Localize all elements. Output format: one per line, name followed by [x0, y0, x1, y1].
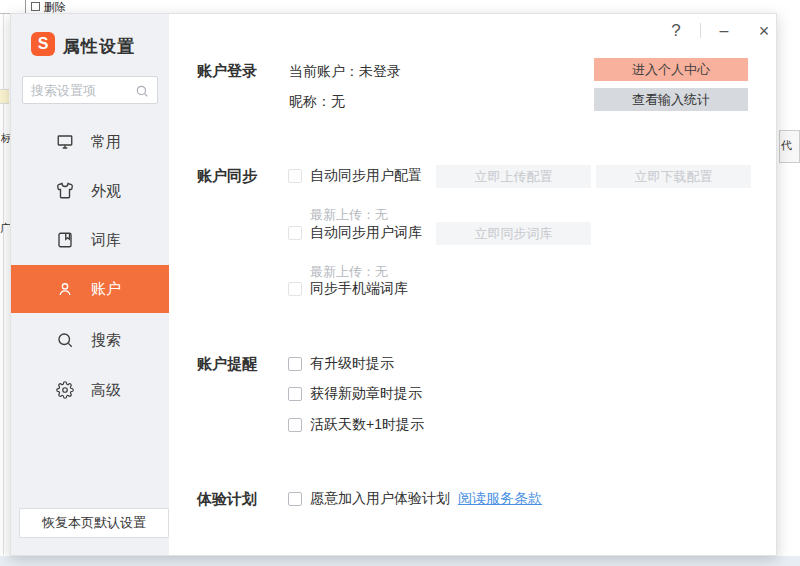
sidebar-item-label: 外观: [91, 182, 121, 201]
badge-remind-checkbox[interactable]: [288, 387, 302, 401]
sidebar-item-advanced[interactable]: 高级: [11, 366, 169, 414]
badge-remind-row: 获得新勋章时提示: [288, 383, 422, 405]
search-icon: [135, 84, 149, 98]
settings-dialog: S 属性设置 常用 外观 词库: [10, 13, 777, 556]
nickname-text: 昵称：无: [289, 93, 345, 111]
auto-sync-config-row: 自动同步用户配置: [288, 165, 422, 187]
active-days-remind-row: 活跃天数+1时提示: [288, 414, 424, 436]
section-label-experience: 体验计划: [197, 490, 257, 509]
terms-of-service-link[interactable]: 阅读服务条款: [458, 490, 542, 508]
background-table-cell: [0, 89, 9, 104]
shirt-icon: [56, 182, 74, 200]
sidebar: S 属性设置 常用 外观 词库: [11, 14, 169, 555]
sync-mobile-dict-checkbox[interactable]: [288, 282, 302, 296]
sync-mobile-dict-label: 同步手机端词库: [310, 280, 408, 298]
restore-defaults-button[interactable]: 恢复本页默认设置: [19, 508, 169, 538]
background-strip: [0, 556, 800, 566]
section-label-remind: 账户提醒: [197, 355, 257, 374]
personal-center-button[interactable]: 进入个人中心: [594, 58, 748, 81]
current-account-text: 当前账户：未登录: [289, 63, 401, 81]
search-icon: [56, 331, 74, 349]
settings-search-box: [22, 76, 158, 104]
titlebar-separator: [700, 23, 701, 38]
sidebar-item-label: 高级: [91, 381, 121, 400]
section-label-sync: 账户同步: [197, 167, 257, 186]
upgrade-remind-row: 有升级时提示: [288, 353, 394, 375]
monitor-icon: [56, 133, 74, 151]
background-text-fragment: 代: [781, 138, 792, 153]
experience-plan-label: 愿意加入用户体验计划: [310, 490, 450, 508]
experience-plan-checkbox[interactable]: [288, 492, 302, 506]
user-icon: [56, 280, 74, 298]
section-label-login: 账户登录: [197, 62, 257, 81]
auto-sync-dict-row: 自动同步用户词库: [288, 222, 422, 244]
experience-plan-row: 愿意加入用户体验计划 阅读服务条款: [288, 488, 542, 510]
close-button[interactable]: ×: [754, 20, 774, 42]
sidebar-item-account[interactable]: 账户: [11, 265, 169, 313]
sidebar-item-label: 常用: [91, 133, 121, 152]
auto-sync-dict-label: 自动同步用户词库: [310, 224, 422, 242]
sidebar-item-dictionary[interactable]: 词库: [11, 216, 169, 264]
sync-mobile-dict-row: 同步手机端词库: [288, 278, 408, 300]
badge-remind-label: 获得新勋章时提示: [310, 385, 422, 403]
upgrade-remind-checkbox[interactable]: [288, 357, 302, 371]
auto-sync-dict-checkbox[interactable]: [288, 226, 302, 240]
background-delete-checkbox[interactable]: [31, 2, 40, 11]
sidebar-item-common[interactable]: 常用: [11, 118, 169, 166]
sidebar-item-label: 账户: [91, 280, 121, 299]
download-config-button[interactable]: 立即下载配置: [596, 165, 751, 188]
background-divider: [25, 0, 26, 14]
minimize-button[interactable]: –: [714, 20, 734, 42]
active-days-remind-checkbox[interactable]: [288, 418, 302, 432]
sogou-logo-icon: S: [31, 32, 55, 56]
sync-dict-now-button[interactable]: 立即同步词库: [436, 222, 591, 245]
dictionary-icon: [56, 231, 74, 249]
sidebar-item-search[interactable]: 搜索: [11, 316, 169, 364]
active-days-remind-label: 活跃天数+1时提示: [310, 416, 424, 434]
sidebar-item-label: 搜索: [91, 331, 121, 350]
auto-sync-config-checkbox[interactable]: [288, 169, 302, 183]
sidebar-item-label: 词库: [91, 231, 121, 250]
sidebar-item-appearance[interactable]: 外观: [11, 167, 169, 215]
search-input[interactable]: [31, 78, 131, 102]
help-button[interactable]: ?: [666, 20, 686, 42]
dialog-title: 属性设置: [63, 35, 135, 58]
input-stats-button[interactable]: 查看输入统计: [594, 88, 748, 111]
upload-config-button[interactable]: 立即上传配置: [436, 165, 591, 188]
upgrade-remind-label: 有升级时提示: [310, 355, 394, 373]
gear-icon: [56, 381, 74, 399]
auto-sync-config-label: 自动同步用户配置: [310, 167, 422, 185]
